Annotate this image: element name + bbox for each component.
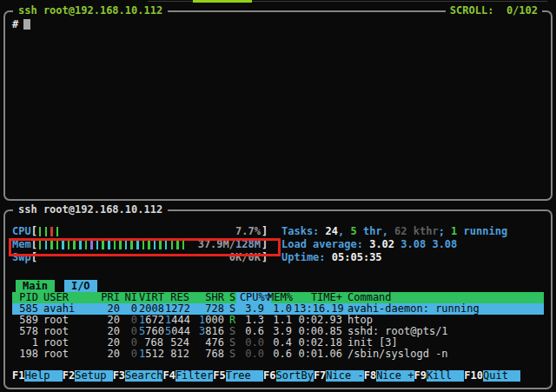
meter-bar <box>79 240 82 249</box>
fkey-f5[interactable]: F5 <box>213 370 225 382</box>
fkey-f10[interactable]: F10 <box>464 370 483 382</box>
htop-app: CPU[7.7%] Mem[37.9M/128M] Swp[0K/0K] Tas… <box>5 211 551 388</box>
terminal-screen: { "colors":{ "focus_green":"#8cc832","bo… <box>0 0 556 392</box>
col-cpu: 0.0 <box>236 349 264 360</box>
htop-tabs: MainI/O <box>16 280 97 292</box>
fkey-f8[interactable]: F8 <box>364 370 376 382</box>
fkey-f6[interactable]: F6 <box>263 370 275 382</box>
meter-bar <box>176 240 179 249</box>
meter-bar <box>182 240 185 249</box>
fkey-f4[interactable]: F4 <box>162 370 175 382</box>
meter-bar <box>114 240 116 249</box>
cpu-meter-bars: 7.7% <box>37 225 261 238</box>
fkey-f7[interactable]: F7 <box>314 370 326 382</box>
meter-bar <box>56 227 59 236</box>
cpu-meter: CPU[7.7%] <box>12 225 268 238</box>
col-ni: 0 <box>123 349 137 360</box>
shell-prompt[interactable]: # <box>12 19 30 30</box>
mem-meter-bars: 37.9M/128M <box>37 238 261 251</box>
meter-bar <box>50 240 53 249</box>
fkey-label-f2[interactable]: Setup <box>75 370 112 382</box>
meter-bar <box>102 240 104 249</box>
col-time: 0:01.06 <box>294 349 342 360</box>
process-table: PIDUSERPRINIVIRTRESSHRSCPU%▽MEM%TIME+Com… <box>12 292 544 360</box>
load-average: Load average: 3.02 3.08 3.08 <box>281 238 457 251</box>
meter-bar <box>68 240 70 249</box>
fkey-label-f1[interactable]: Help <box>24 370 62 382</box>
meter-bar <box>56 240 59 249</box>
tab-io[interactable]: I/O <box>64 280 97 292</box>
meter-bar <box>50 227 53 236</box>
swap-meter-value: 0K/0K <box>229 251 261 264</box>
meter-bar <box>39 227 42 236</box>
scroll-indicator: SCROLL: 0/102 <box>446 5 542 17</box>
col-mem: 0.6 <box>268 349 292 360</box>
pane-top-ssh[interactable]: ssh root@192.168.10.112 SCROLL: 0/102 # <box>3 10 553 201</box>
col-command: /sbin/syslogd -n <box>348 349 547 360</box>
swap-meter: Swp[0K/0K] <box>12 251 268 264</box>
tasks-summary: Tasks: 24, 5 thr, 62 kthr; 1 running <box>281 225 507 238</box>
meter-bar <box>171 240 174 249</box>
swap-meter-bars: 0K/0K <box>37 251 261 264</box>
col-shr: 768 <box>191 349 224 360</box>
fkey-label-f9[interactable]: Kill <box>427 370 464 382</box>
col-pri: 20 <box>96 349 120 360</box>
mem-meter-label: Mem <box>12 238 31 251</box>
mem-meter-value: 37.9M/128M <box>198 238 261 251</box>
meter-bar <box>108 240 110 249</box>
cpu-meter-value: 7.7% <box>235 225 261 238</box>
meter-bar <box>130 240 133 249</box>
fkey-f9[interactable]: F9 <box>414 370 427 382</box>
tab-main[interactable]: Main <box>16 280 55 292</box>
process-row-198[interactable]: 198root2001512812768S0.00.60:01.06/sbin/… <box>12 349 544 360</box>
meter-bar <box>142 240 145 249</box>
fkey-label-f7[interactable]: Nice - <box>326 370 363 382</box>
pane-bottom-ssh-htop[interactable]: ssh root@192.168.10.112 CPU[7.7%] Mem[37… <box>3 209 553 389</box>
meter-bar <box>39 240 42 249</box>
meter-bar <box>85 240 88 249</box>
process-table-rows: 585avahi20020081272728S3.91.013:16.19ava… <box>12 303 544 360</box>
meter-bar <box>136 240 139 249</box>
meter-bar <box>73 240 76 249</box>
fkey-label-f10[interactable]: Quit <box>483 370 520 382</box>
fkey-label-f6[interactable]: SortBy <box>276 370 314 382</box>
col-virt: 1512 <box>139 349 163 360</box>
fkey-f3[interactable]: F3 <box>113 370 125 382</box>
meter-bar <box>154 240 156 249</box>
pane-title: ssh root@192.168.10.112 <box>13 5 168 17</box>
meter-bar <box>119 240 122 249</box>
meter-bar <box>90 240 93 249</box>
meter-bar <box>159 240 162 249</box>
video-progress-artifact <box>193 0 252 3</box>
meter-bar <box>125 240 128 249</box>
meter-bar <box>62 240 64 249</box>
col-user: root <box>43 349 97 360</box>
function-key-bar: F1Help F2Setup F3SearchF4FilterF5Tree F6… <box>12 370 520 382</box>
fkey-label-f4[interactable]: Filter <box>175 370 213 382</box>
fkey-f1[interactable]: F1 <box>12 370 24 382</box>
col-res: 812 <box>165 349 189 360</box>
meter-bar <box>148 240 150 249</box>
fkey-label-f5[interactable]: Tree <box>226 370 263 382</box>
meter-bar <box>165 240 168 249</box>
uptime: Uptime: 05:05:35 <box>281 251 382 264</box>
col-pid: 198 <box>12 349 38 360</box>
fkey-label-f3[interactable]: Search <box>125 370 162 382</box>
fkey-label-f8[interactable]: Nice + <box>376 370 414 382</box>
swap-meter-label: Swp <box>12 251 31 264</box>
terminal-cursor <box>23 19 30 30</box>
fkey-f2[interactable]: F2 <box>63 370 75 382</box>
col-command: avahi-daemon: running <box>348 303 547 315</box>
meter-bar <box>45 227 48 236</box>
meter-bar <box>45 240 48 249</box>
mem-meter: Mem[37.9M/128M] <box>12 238 268 251</box>
cpu-meter-label: CPU <box>12 225 31 238</box>
meter-bar <box>96 240 99 249</box>
